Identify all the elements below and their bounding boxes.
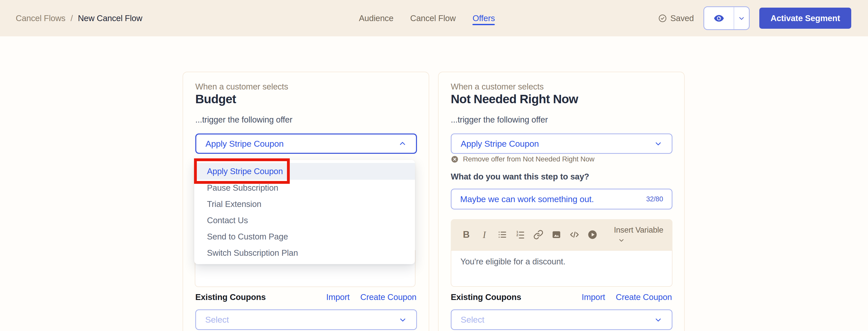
char-counter: 32/80 [646,195,663,203]
insert-variable-label: Insert Variable [614,225,663,235]
preview-split-button [704,6,750,30]
activate-segment-button[interactable]: Activate Segment [759,8,851,29]
breadcrumb-current: New Cancel Flow [78,13,143,23]
card-title: Not Needed Right Now [451,92,578,106]
nav-tabs: Audience Cancel Flow Offers [359,0,495,36]
coupon-select-placeholder: Select [461,315,484,325]
topbar-actions: Saved [658,0,851,36]
existing-coupons-select[interactable]: Select [451,309,673,330]
breadcrumb: Cancel Flows / New Cancel Flow [16,0,142,36]
trigger-label: ...trigger the following offer [451,115,548,125]
remove-offer-row[interactable]: Remove offer from Not Needed Right Now [451,155,594,163]
svg-text:2: 2 [516,233,518,237]
step-headline-input[interactable]: Maybe we can work something out. 32/80 [451,189,673,210]
link-icon[interactable] [533,229,544,240]
bulleted-list-icon[interactable] [497,229,508,240]
step-headline-value: Maybe we can work something out. [460,194,594,204]
existing-coupons-row: Existing Coupons Import Create Coupon [195,292,416,302]
existing-coupons-select[interactable]: Select [195,309,417,330]
preview-dropdown-button[interactable] [734,7,749,29]
step-message-label: What do you want this step to say? [451,172,589,182]
saved-label: Saved [671,13,694,23]
rich-text-editor: B I 1 2 [451,219,673,287]
menu-item-contact-us[interactable]: Contact Us [194,212,415,228]
tab-audience[interactable]: Audience [359,0,393,36]
existing-coupons-label: Existing Coupons [195,292,266,302]
chevron-up-icon [398,139,407,148]
import-link[interactable]: Import [326,292,349,302]
annotation-red-highlight-box [194,158,290,184]
create-coupon-link[interactable]: Create Coupon [616,292,672,302]
menu-item-switch-subscription-plan[interactable]: Switch Subscription Plan [194,245,415,261]
existing-coupons-row: Existing Coupons Import Create Coupon [451,292,672,302]
breadcrumb-parent[interactable]: Cancel Flows [16,13,65,23]
editor-toolbar: B I 1 2 [451,219,673,250]
saved-indicator: Saved [658,13,694,23]
menu-item-trial-extension[interactable]: Trial Extension [194,196,415,212]
card-title: Budget [195,92,236,106]
chevron-down-icon [654,139,662,148]
coupon-select-placeholder: Select [205,315,229,325]
import-link[interactable]: Import [582,292,605,302]
existing-coupons-label: Existing Coupons [451,292,521,302]
offer-type-select[interactable]: Apply Stripe Coupon [195,134,417,154]
image-icon[interactable] [551,229,562,240]
insert-variable-button[interactable]: Insert Variable [614,225,663,244]
editor-body-textarea[interactable]: You're eligible for a discount. [451,250,673,287]
video-icon[interactable] [587,229,598,240]
code-icon[interactable] [569,229,580,240]
eye-icon [713,12,725,24]
preview-button[interactable] [704,7,734,29]
breadcrumb-separator: / [71,13,73,23]
italic-icon[interactable]: I [479,229,490,240]
numbered-list-icon[interactable]: 1 2 [515,229,526,240]
trigger-label: ...trigger the following offer [195,115,292,125]
chevron-down-icon [654,315,662,324]
chevron-down-icon [738,15,745,22]
offer-card-not-needed-right-now: When a customer selects Not Needed Right… [438,72,685,331]
x-circle-icon [451,155,459,163]
offer-select-value: Apply Stripe Coupon [206,139,284,149]
create-coupon-link[interactable]: Create Coupon [360,292,416,302]
chevron-down-icon [398,315,407,324]
chevron-down-icon [618,237,625,244]
check-circle-icon [658,14,667,23]
offer-card-budget: When a customer selects Budget ...trigge… [183,72,429,331]
offer-type-select[interactable]: Apply Stripe Coupon [451,134,673,154]
menu-item-send-to-custom-page[interactable]: Send to Custom Page [194,228,415,245]
card-eyebrow: When a customer selects [451,82,544,91]
offer-select-value: Apply Stripe Coupon [461,139,539,149]
remove-offer-label: Remove offer from Not Needed Right Now [463,155,594,163]
card-eyebrow: When a customer selects [195,82,288,91]
top-bar: Cancel Flows / New Cancel Flow Audience … [0,0,868,36]
bold-icon[interactable]: B [461,229,472,240]
tab-cancel-flow[interactable]: Cancel Flow [410,0,456,36]
tab-offers[interactable]: Offers [473,0,495,36]
